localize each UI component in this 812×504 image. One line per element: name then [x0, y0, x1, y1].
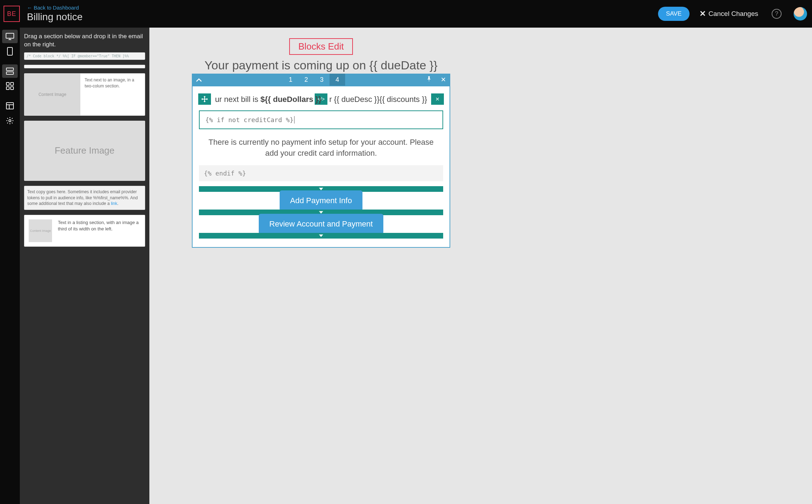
avatar[interactable]: [794, 7, 807, 21]
bill-line[interactable]: ur next bill is ${{ dueDollars }}xxr {{ …: [199, 95, 443, 104]
svg-rect-3: [7, 47, 12, 55]
block-listing[interactable]: Content Image Text in a listing section,…: [24, 215, 145, 247]
page-title: Billing notice: [27, 12, 82, 23]
selection-toolbar: 1 2 3 4 ✕: [192, 74, 450, 86]
block-two-column-text: Text next to an image, in a two-colum se…: [80, 74, 145, 115]
block-code[interactable]: /* Code block */ %%[ IF @member=="True" …: [24, 52, 145, 60]
panel-hint: Drag a section below and drop it in the …: [24, 33, 145, 49]
selected-region: </> ✕ ur next bill is ${{ dueDollars }}x…: [192, 86, 450, 248]
block-text-copy: Text copy goes here. Sometimes it includ…: [27, 189, 138, 206]
email-body: Blocks Edit Your payment is coming up on…: [192, 38, 450, 493]
help-icon[interactable]: ?: [772, 9, 782, 19]
variant-tab-1[interactable]: 1: [283, 74, 298, 86]
no-payment-paragraph[interactable]: There is currently no payment info setup…: [202, 137, 440, 159]
view-rail: [0, 28, 20, 504]
email-headline[interactable]: Your payment is coming up on {{ dueDate …: [192, 58, 450, 72]
close-icon: ✕: [699, 9, 706, 18]
sections-rows-icon[interactable]: [2, 64, 18, 78]
block-text-link: link: [111, 201, 117, 206]
svg-rect-9: [11, 87, 13, 90]
svg-rect-4: [6, 68, 13, 70]
cancel-changes-button[interactable]: ✕ Cancel Changes: [699, 9, 758, 18]
brand-badge: Blocks Edit: [289, 38, 353, 55]
layout-icon[interactable]: [2, 99, 18, 113]
collapse-up-icon[interactable]: [192, 76, 206, 84]
settings-gear-icon[interactable]: [2, 114, 18, 127]
chevron-down-icon: [319, 211, 323, 213]
logo[interactable]: BE: [4, 6, 20, 22]
block-listing-text: Text in a listing section, with an image…: [58, 219, 141, 242]
dropzone-3[interactable]: [199, 233, 443, 239]
chevron-down-icon: [319, 188, 323, 190]
svg-rect-8: [6, 87, 9, 90]
bill-line-suffix: r {{ dueDesc }}{{ discounts }}: [329, 95, 427, 104]
main: Drag a section below and drop it in the …: [0, 28, 812, 504]
add-payment-button[interactable]: Add Payment Info: [280, 190, 363, 211]
code-if-text: {% if not creditCard %}: [205, 116, 295, 124]
variant-tab-4[interactable]: 4: [330, 74, 345, 86]
variant-tab-3[interactable]: 3: [314, 74, 330, 86]
cancel-changes-label: Cancel Changes: [709, 10, 758, 18]
svg-point-13: [9, 120, 11, 122]
svg-rect-6: [6, 82, 9, 85]
desktop-view-icon[interactable]: [2, 30, 18, 43]
block-divider[interactable]: [24, 65, 145, 68]
chevron-down-icon: [319, 234, 323, 237]
block-feature-image[interactable]: Feature Image: [24, 121, 145, 181]
back-to-dashboard-link[interactable]: ← Back to Dashboard: [27, 5, 82, 11]
block-listing-image-label: Content Image: [29, 219, 52, 242]
mobile-view-icon[interactable]: [2, 45, 18, 58]
bill-line-prefix: ur next bill is: [215, 95, 260, 104]
block-two-column-image-label: Content Image: [24, 74, 80, 115]
code-if-input[interactable]: {% if not creditCard %}: [199, 110, 443, 129]
block-code-preview: /* Code block */ %%[ IF @member=="True" …: [24, 53, 145, 59]
save-button[interactable]: SAVE: [658, 7, 689, 21]
topbar: BE ← Back to Dashboard Billing notice SA…: [0, 0, 812, 28]
blocks-panel: Drag a section below and drop it in the …: [20, 28, 149, 504]
svg-rect-5: [6, 72, 13, 74]
components-grid-icon[interactable]: [2, 79, 18, 93]
email-canvas[interactable]: Blocks Edit Your payment is coming up on…: [149, 28, 812, 504]
svg-rect-10: [6, 103, 13, 109]
svg-rect-0: [6, 33, 14, 38]
close-selection-icon[interactable]: ✕: [436, 76, 450, 84]
variant-tab-2[interactable]: 2: [298, 74, 314, 86]
block-two-column[interactable]: Content Image Text next to an image, in …: [24, 73, 145, 116]
pin-icon[interactable]: [422, 76, 436, 84]
title-area: ← Back to Dashboard Billing notice: [27, 5, 82, 22]
code-endif-block[interactable]: {% endif %}: [199, 165, 443, 181]
bill-line-amount: ${{ dueDollars }}: [261, 95, 321, 104]
review-account-button[interactable]: Review Account and Payment: [259, 214, 383, 234]
block-text[interactable]: Text copy goes here. Sometimes it includ…: [24, 186, 145, 210]
svg-rect-7: [11, 82, 13, 85]
